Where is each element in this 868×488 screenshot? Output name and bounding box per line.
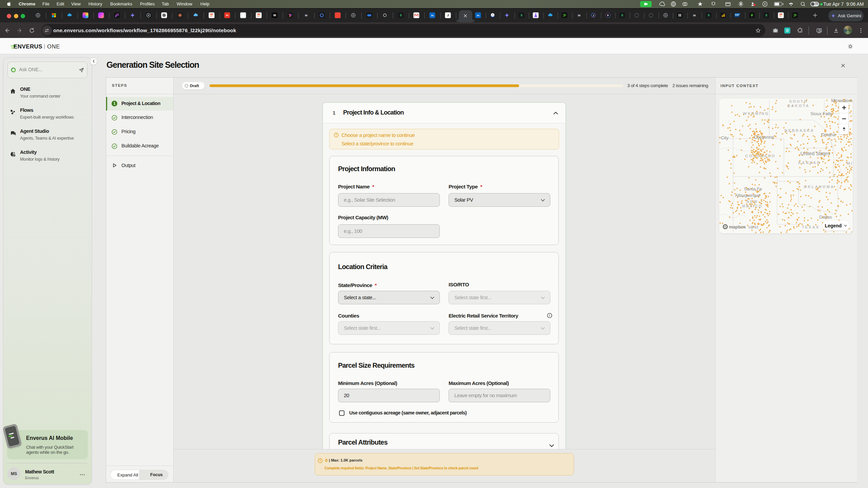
svg-text:NEBRASKA: NEBRASKA bbox=[785, 128, 814, 133]
svg-text:Albuquerque: Albuquerque bbox=[735, 193, 760, 198]
svg-text:DAKOTA: DAKOTA bbox=[787, 104, 809, 108]
svg-text:MIS: MIS bbox=[847, 161, 853, 165]
svg-text:OKLAHOMA: OKLAHOMA bbox=[804, 185, 834, 189]
svg-text:mapbox: mapbox bbox=[729, 224, 746, 229]
svg-text:TEXAS: TEXAS bbox=[802, 225, 820, 229]
svg-text:Omaha: Omaha bbox=[821, 132, 836, 137]
svg-text:SOUTH: SOUTH bbox=[789, 99, 808, 103]
svg-text:Sioux Falls: Sioux Falls bbox=[810, 111, 832, 116]
svg-text:WYOMING: WYOMING bbox=[743, 111, 769, 116]
svg-text:City: City bbox=[721, 135, 729, 140]
svg-text:United States: United States bbox=[800, 151, 830, 156]
svg-text:COLORADO: COLORADO bbox=[745, 154, 776, 158]
svg-text:Cheyenne: Cheyenne bbox=[754, 135, 774, 140]
svg-text:Santa Fe: Santa Fe bbox=[744, 186, 762, 191]
svg-text:Dallas: Dallas bbox=[819, 215, 832, 220]
svg-text:NEW: NEW bbox=[747, 200, 758, 204]
svg-text:MEXICO: MEXICO bbox=[742, 204, 763, 208]
svg-text:J: J bbox=[593, 14, 594, 17]
svg-text:uárez: uárez bbox=[748, 225, 758, 229]
svg-text:KANSAS: KANSAS bbox=[798, 161, 821, 165]
